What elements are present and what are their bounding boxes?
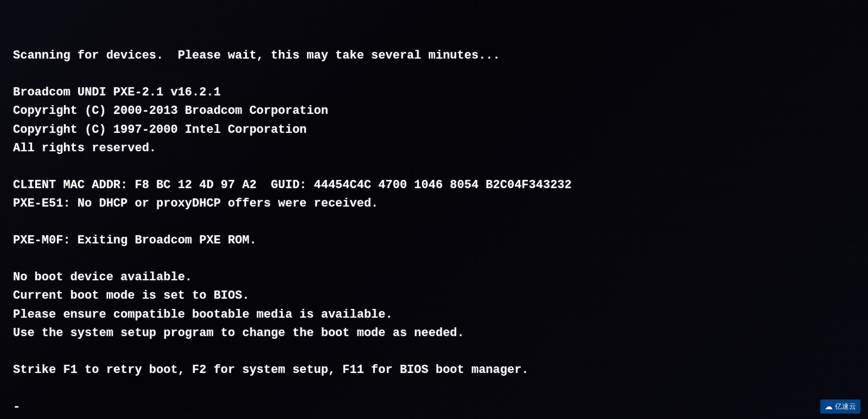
terminal-line: Current boot mode is set to BIOS. <box>13 287 855 305</box>
terminal-output: Scanning for devices. Please wait, this … <box>13 10 855 416</box>
terminal-line: Use the system setup program to change t… <box>13 324 855 343</box>
watermark-badge: ☁ 亿速云 <box>820 399 860 414</box>
terminal-line: CLIENT MAC ADDR: F8 BC 12 4D 97 A2 GUID:… <box>13 176 855 195</box>
terminal-line: Scanning for devices. Please wait, this … <box>13 47 855 65</box>
terminal-line <box>13 158 855 176</box>
terminal-line <box>13 379 855 398</box>
terminal-line: All rights reserved. <box>13 139 855 158</box>
terminal-line: PXE-E51: No DHCP or proxyDHCP offers wer… <box>13 195 855 213</box>
watermark-icon: ☁ <box>825 402 833 411</box>
terminal-line <box>13 213 855 231</box>
terminal-line: - <box>13 398 855 416</box>
terminal-line <box>13 65 855 83</box>
terminal-line: Strike F1 to retry boot, F2 for system s… <box>13 361 855 379</box>
terminal-line: Broadcom UNDI PXE-2.1 v16.2.1 <box>13 83 855 102</box>
terminal-line <box>13 250 855 268</box>
bios-screen: Scanning for devices. Please wait, this … <box>0 0 868 419</box>
terminal-line <box>13 343 855 361</box>
watermark-text: 亿速云 <box>835 402 856 411</box>
terminal-line: Copyright (C) 1997-2000 Intel Corporatio… <box>13 121 855 139</box>
terminal-line: No boot device available. <box>13 268 855 287</box>
terminal-line: Copyright (C) 2000-2013 Broadcom Corpora… <box>13 102 855 120</box>
terminal-line: Please ensure compatible bootable media … <box>13 306 855 324</box>
terminal-line: PXE-M0F: Exiting Broadcom PXE ROM. <box>13 231 855 250</box>
